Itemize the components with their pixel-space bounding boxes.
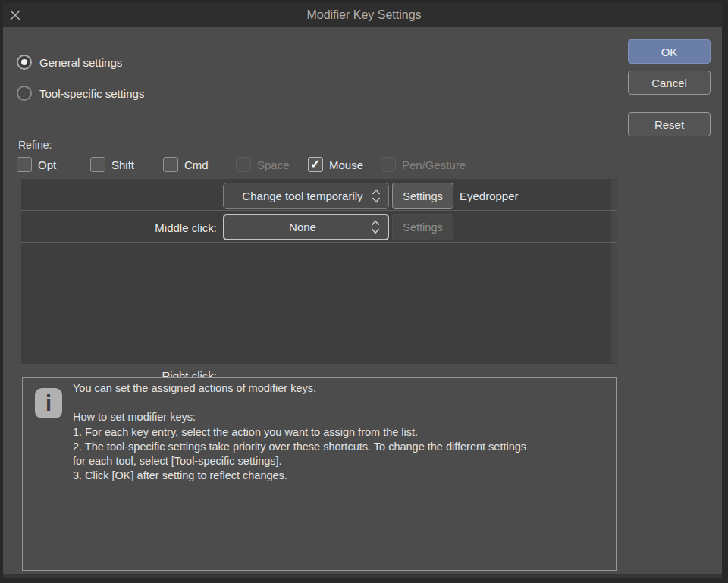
info-line: for each tool, select [Tool-specific set… bbox=[73, 454, 604, 469]
refine-label: Refine: bbox=[18, 139, 52, 151]
info-line bbox=[73, 396, 604, 410]
stepper bbox=[371, 189, 381, 203]
radio-label: Tool-specific settings bbox=[39, 87, 144, 100]
checkbox-shift[interactable]: ✓ Shift bbox=[90, 157, 134, 172]
info-icon: i bbox=[35, 388, 62, 418]
middle-click-action-select[interactable]: None bbox=[223, 214, 389, 240]
checkbox-space: ✓ Space bbox=[236, 157, 290, 172]
info-box: i You can set the assigned actions of mo… bbox=[22, 377, 617, 571]
checkbox-box: ✓ bbox=[381, 157, 396, 172]
info-line: 1. For each key entry, select the action… bbox=[73, 425, 604, 440]
checkbox-label: Cmd bbox=[184, 158, 209, 171]
checkbox-box: ✓ bbox=[163, 157, 178, 172]
select-value: Change tool temporarily bbox=[224, 190, 371, 202]
right-click-assigned-tool: Eyedropper bbox=[460, 190, 519, 202]
radio-icon bbox=[17, 55, 32, 70]
key-assignment-table: Right click: Change tool temporarily Set… bbox=[21, 179, 617, 364]
checkbox-mouse[interactable]: ✓ Mouse bbox=[308, 157, 363, 172]
stepper-down-icon[interactable] bbox=[371, 228, 380, 234]
stepper-up-icon[interactable] bbox=[371, 220, 380, 226]
checkbox-box: ✓ bbox=[236, 157, 251, 172]
select-value: None bbox=[224, 221, 370, 234]
radio-general-settings[interactable]: General settings bbox=[17, 54, 122, 71]
row-separator bbox=[21, 210, 617, 211]
checkbox-cmd[interactable]: ✓ Cmd bbox=[163, 157, 209, 172]
checkbox-pen-gesture: ✓ Pen/Gesture bbox=[381, 157, 466, 172]
reset-button[interactable]: Reset bbox=[628, 112, 711, 136]
right-click-settings-button[interactable]: Settings bbox=[392, 183, 453, 209]
checkbox-box: ✓ bbox=[17, 157, 32, 172]
scrollbar-track[interactable] bbox=[611, 180, 617, 363]
info-line: How to set modifier keys: bbox=[73, 410, 604, 425]
info-line: 3. Click [OK] after setting to reflect c… bbox=[73, 469, 604, 483]
checkmark-icon: ✓ bbox=[310, 158, 320, 171]
radio-icon bbox=[17, 86, 32, 101]
middle-click-label: Middle click: bbox=[21, 221, 217, 234]
stepper-down-icon[interactable] bbox=[372, 197, 381, 203]
radio-label: General settings bbox=[39, 56, 122, 69]
right-click-action-select[interactable]: Change tool temporarily bbox=[223, 183, 389, 209]
checkbox-box: ✓ bbox=[90, 157, 105, 172]
middle-click-settings-button: Settings bbox=[392, 214, 453, 240]
checkbox-label: Shift bbox=[111, 158, 134, 171]
window-title: Modifier Key Settings bbox=[0, 8, 728, 22]
row-separator bbox=[21, 242, 617, 243]
info-line: You can set the assigned actions of modi… bbox=[73, 381, 604, 396]
checkbox-label: Space bbox=[257, 158, 290, 171]
checkbox-label: Mouse bbox=[329, 158, 363, 171]
info-text: You can set the assigned actions of modi… bbox=[73, 381, 604, 483]
checkbox-label: Opt bbox=[38, 158, 56, 171]
cancel-button[interactable]: Cancel bbox=[628, 71, 711, 95]
info-line: 2. The tool-specific settings take prior… bbox=[73, 440, 604, 454]
checkbox-opt[interactable]: ✓ Opt bbox=[17, 157, 56, 172]
checkbox-label: Pen/Gesture bbox=[402, 158, 466, 171]
checkbox-box: ✓ bbox=[308, 157, 323, 172]
ok-button[interactable]: OK bbox=[628, 39, 711, 64]
radio-tool-specific-settings[interactable]: Tool-specific settings bbox=[17, 85, 144, 102]
window-bottom-edge bbox=[3, 574, 722, 578]
stepper-up-icon[interactable] bbox=[372, 189, 381, 195]
stepper bbox=[370, 220, 381, 234]
